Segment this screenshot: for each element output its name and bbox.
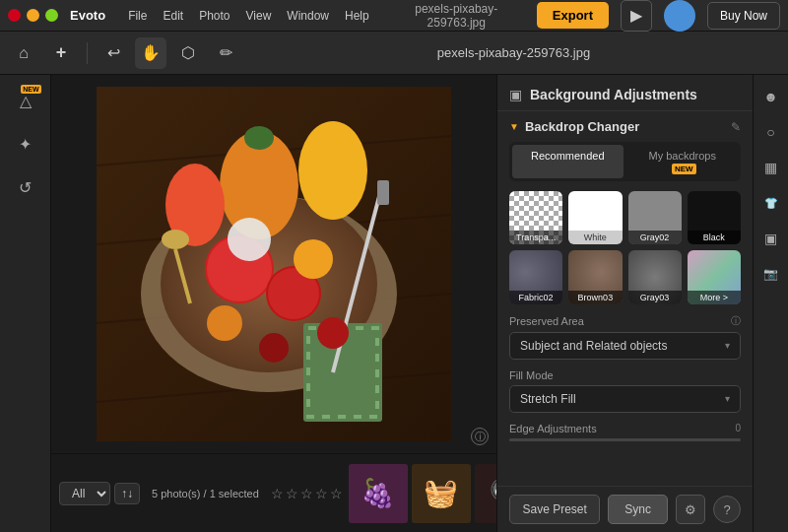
toolbar-separator	[87, 42, 88, 64]
backdrop-more-label: More >	[688, 291, 741, 304]
film-thumb-2[interactable]: 🧺	[412, 464, 471, 523]
mini-camera-icon[interactable]: 📷	[757, 260, 785, 288]
backdrop-white[interactable]: White	[568, 191, 622, 244]
canvas-main[interactable]: ⓘ	[51, 75, 496, 453]
maximize-button[interactable]	[45, 9, 58, 22]
save-preset-button[interactable]: Save Preset	[509, 495, 600, 524]
backdrop-gray02-label: Gray02	[628, 231, 682, 244]
film-stars: ☆ ☆ ☆ ☆ ☆	[271, 486, 343, 501]
film-thumb-3[interactable]: 🍳	[475, 464, 496, 523]
preserved-area-info[interactable]: ⓘ	[731, 314, 741, 328]
edge-adjustments-slider[interactable]	[509, 438, 741, 441]
backdrop-fabric02-label: Fabric02	[509, 291, 562, 304]
backdrop-more[interactable]: More >	[688, 250, 741, 303]
panel-footer: Save Preset Sync ⚙ ?	[497, 486, 753, 532]
app-logo: Evoto	[70, 8, 105, 23]
add-button[interactable]: +	[45, 37, 77, 69]
backdrop-gray02[interactable]: Gray02	[628, 191, 682, 244]
section-toggle-icon[interactable]: ▼	[509, 121, 519, 132]
backdrop-transparent-label: Transpa...	[509, 231, 562, 244]
backdrop-gray03[interactable]: Gray03	[628, 250, 682, 303]
svg-point-20	[228, 218, 271, 261]
backdrop-gray03-label: Gray03	[628, 291, 682, 304]
filmstrip: All ↑↓ 5 photo(s) / 1 selected ☆ ☆ ☆ ☆ ☆…	[51, 453, 496, 532]
buynow-button[interactable]: Buy Now	[707, 2, 780, 30]
star-3[interactable]: ☆	[300, 486, 313, 501]
food-scene	[97, 87, 451, 441]
star-1[interactable]: ☆	[271, 486, 284, 501]
settings-icon: ⚙	[685, 502, 696, 517]
sidebar-item-effects[interactable]: ✦	[8, 126, 43, 162]
titlebar: Evoto File Edit Photo View Window Help p…	[0, 0, 788, 32]
svg-point-25	[162, 230, 189, 249]
close-button[interactable]	[8, 9, 21, 22]
svg-rect-11	[377, 180, 389, 205]
mask-tool-button[interactable]: ⬡	[172, 37, 204, 69]
edge-adjustments-value: 0	[735, 423, 741, 433]
panel-header: ▣ Background Adjustments	[497, 75, 753, 111]
menu-view[interactable]: View	[239, 7, 279, 25]
info-icon[interactable]: ⓘ	[471, 428, 489, 445]
home-button[interactable]: ⌂	[8, 37, 39, 69]
film-sort-button[interactable]: ↑↓	[114, 483, 140, 504]
mini-tshirt-icon[interactable]: 👕	[757, 189, 785, 217]
svg-point-17	[298, 121, 367, 220]
help-button[interactable]: ?	[713, 496, 741, 523]
edge-adjustments-label: Edge Adjustments 0	[509, 423, 741, 434]
avatar[interactable]	[664, 0, 695, 32]
backdrop-black-label: Black	[688, 231, 741, 244]
tab-my-backdrops[interactable]: My backdrops NEW	[627, 145, 739, 178]
settings-icon-button[interactable]: ⚙	[676, 495, 705, 524]
star-2[interactable]: ☆	[286, 486, 298, 501]
edge-adjustments-group: Edge Adjustments 0	[509, 423, 741, 441]
backdrop-black[interactable]: Black	[688, 191, 741, 244]
fill-mode-select[interactable]: Stretch Fill ▾	[509, 385, 741, 413]
edge-adjustments-slider-row	[509, 438, 741, 441]
sidebar-item-history[interactable]: ↺	[8, 169, 43, 205]
preserved-area-label: Preserved Area ⓘ	[509, 314, 741, 328]
menu-help[interactable]: Help	[338, 7, 376, 25]
backdrop-brown03[interactable]: Brown03	[568, 250, 622, 303]
film-thumbs: 🍇 🧺 🍳 🍍 🍅	[349, 464, 496, 523]
backdrop-transparent[interactable]: Transpa...	[509, 191, 562, 244]
preserved-area-arrow: ▾	[725, 340, 730, 351]
effects-icon: ✦	[19, 135, 32, 154]
backdrop-fabric02[interactable]: Fabric02	[509, 250, 562, 303]
share-icon-button[interactable]: ▶	[621, 0, 652, 32]
menu-edit[interactable]: Edit	[156, 7, 190, 25]
right-mini-sidebar: ☻ ○ ▦ 👕 ▣ 📷	[753, 75, 788, 532]
undo-button[interactable]: ↩	[98, 37, 129, 69]
pan-tool-button[interactable]: ✋	[135, 37, 166, 69]
sync-button[interactable]: Sync	[608, 495, 668, 524]
mini-palette-icon[interactable]: ☻	[757, 83, 785, 110]
mini-grid-icon[interactable]: ▦	[757, 154, 785, 181]
stamp-tool-button[interactable]: ✏	[210, 37, 241, 69]
mini-circle-icon[interactable]: ○	[757, 118, 785, 146]
canvas-image	[97, 87, 451, 441]
star-4[interactable]: ☆	[315, 486, 328, 501]
preserved-area-select[interactable]: Subject and Related objects ▾	[509, 332, 741, 360]
film-thumb-1[interactable]: 🍇	[349, 464, 408, 523]
preserved-area-group: Preserved Area ⓘ Subject and Related obj…	[509, 314, 741, 360]
minimize-button[interactable]	[27, 9, 39, 22]
menu-window[interactable]: Window	[280, 7, 336, 25]
film-filter-dropdown[interactable]: All	[59, 482, 110, 505]
section-edit-icon[interactable]: ✎	[731, 120, 741, 134]
tab-recommended[interactable]: Recommended	[512, 145, 624, 178]
svg-point-23	[259, 333, 289, 363]
backdrop-white-label: White	[568, 231, 622, 244]
sidebar-item-new-layer[interactable]: △ NEW	[8, 83, 43, 118]
history-icon: ↺	[19, 178, 32, 197]
menu-file[interactable]: File	[121, 7, 154, 25]
svg-point-21	[294, 239, 333, 279]
star-5[interactable]: ☆	[330, 486, 343, 501]
section-header: ▼ Backdrop Changer ✎	[509, 119, 741, 134]
mini-layers-icon[interactable]: ▣	[757, 225, 785, 252]
svg-point-24	[317, 317, 349, 349]
right-panel: ▣ Background Adjustments ▼ Backdrop Chan…	[496, 75, 753, 532]
backdrop-brown03-label: Brown03	[568, 291, 622, 304]
menu-photo[interactable]: Photo	[192, 7, 236, 25]
fill-mode-label: Fill Mode	[509, 369, 741, 381]
export-button[interactable]: Export	[537, 2, 609, 29]
panel-body: ▼ Backdrop Changer ✎ Recommended My back…	[497, 111, 753, 486]
